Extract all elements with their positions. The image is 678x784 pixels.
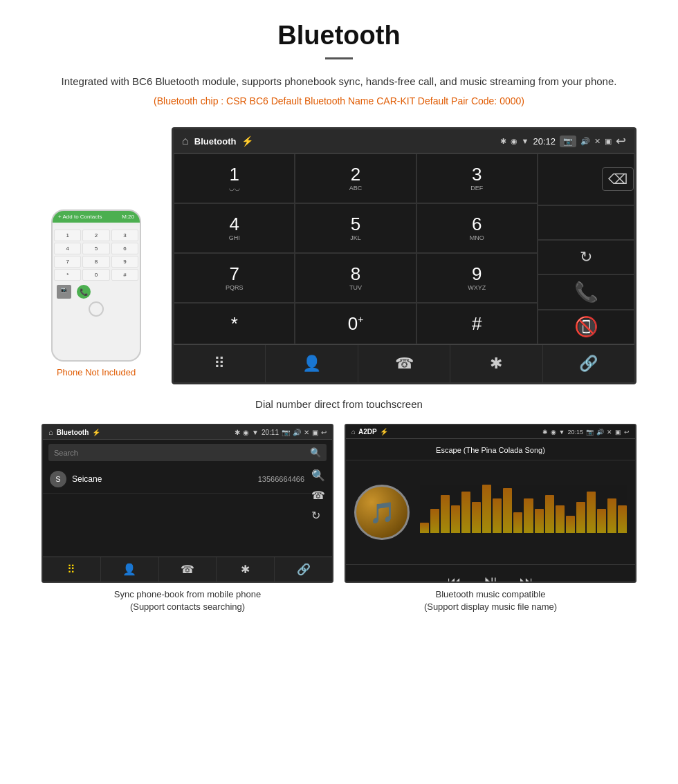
phone-key[interactable]: 1 <box>54 230 81 241</box>
contact-initial: S <box>55 475 60 483</box>
music-win-icon[interactable]: ▣ <box>615 429 621 436</box>
phone-key[interactable]: # <box>111 269 138 281</box>
music-title: A2DP <box>358 428 377 436</box>
phone-side: + Add to Contacts M:20 1 2 3 4 5 6 7 8 9… <box>42 127 151 384</box>
contact-phone: 13566664466 <box>258 475 304 483</box>
phone-key[interactable]: 7 <box>54 256 81 268</box>
dial-key-8[interactable]: 8TUV <box>295 253 416 303</box>
contact-avatar: S <box>50 471 66 487</box>
page-title: Bluetooth <box>42 21 636 50</box>
dial-key-0[interactable]: 0+ <box>295 303 416 344</box>
music-cam-icon[interactable]: 📷 <box>586 429 594 436</box>
pb-loc-icon: ◉ <box>243 429 249 436</box>
pb-nav-bluetooth[interactable]: ✱ <box>217 557 275 581</box>
number-display: ⌫ <box>538 153 634 205</box>
phone-not-included-label: Phone Not Included <box>57 367 136 377</box>
pb-nav-link[interactable]: 🔗 <box>275 557 332 581</box>
pb-search-icon[interactable]: 🔍 <box>310 447 321 458</box>
prev-button[interactable]: ⏮ <box>448 574 461 584</box>
back-icon[interactable]: ↩ <box>616 133 626 149</box>
header-divider <box>325 57 353 59</box>
pb-search-side-icon[interactable]: 🔍 <box>311 469 325 482</box>
pb-call-side-icon[interactable]: ☎ <box>311 489 325 502</box>
dial-key-1[interactable]: 1◡◡ <box>174 153 295 203</box>
clock: 20:12 <box>533 136 556 147</box>
nav-link[interactable]: 🔗 <box>543 345 634 382</box>
dial-key-hash[interactable]: # <box>416 303 538 344</box>
car-screen: ⌂ Bluetooth ⚡ ✱ ◉ ▼ 20:12 📷 🔊 ✕ ▣ ↩ 1◡ <box>172 127 636 384</box>
pb-bottom-nav: ⠿ 👤 ☎ ✱ 🔗 <box>43 557 332 581</box>
dial-key-7[interactable]: 7PQRS <box>174 253 295 303</box>
header-specs: (Bluetooth chip : CSR BC6 Default Blueto… <box>42 95 636 106</box>
phone-key[interactable]: 3 <box>111 230 138 241</box>
music-body: 🎵 <box>346 460 635 564</box>
home-icon[interactable]: ⌂ <box>182 135 189 147</box>
eq-bar <box>461 492 470 533</box>
pb-search-bar[interactable]: Search 🔍 <box>48 444 327 461</box>
dial-key-5[interactable]: 5JKL <box>295 203 416 253</box>
pb-back-icon[interactable]: ↩ <box>321 429 327 436</box>
phone-key[interactable]: 2 <box>82 230 109 241</box>
nav-contacts[interactable]: 👤 <box>266 345 358 382</box>
volume-icon[interactable]: 🔊 <box>580 137 590 146</box>
car-status-bar: ⌂ Bluetooth ⚡ ✱ ◉ ▼ 20:12 📷 🔊 ✕ ▣ ↩ <box>174 129 634 153</box>
pb-win-icon[interactable]: ▣ <box>312 429 318 436</box>
eq-bar <box>441 495 450 533</box>
dial-key-2[interactable]: 2ABC <box>295 153 416 203</box>
reload-button[interactable]: ↻ <box>538 240 634 274</box>
phone-key[interactable]: 9 <box>111 256 138 268</box>
pb-close-icon[interactable]: ✕ <box>304 429 309 436</box>
camera-button[interactable]: 📷 <box>560 136 576 147</box>
music-time: 20:15 <box>567 429 583 436</box>
pb-refresh-side-icon[interactable]: ↻ <box>311 509 325 522</box>
phone-keypad: 1 2 3 4 5 6 7 8 9 * 0 # <box>53 228 140 282</box>
pb-contact-row: S Seicane 13566664466 <box>43 465 311 494</box>
window-icon[interactable]: ▣ <box>605 137 612 146</box>
dial-keypad: 1◡◡ 2ABC 3DEF 4GHI 5JKL 6MNO <box>174 153 538 344</box>
phonebook-screen: ⌂ Bluetooth ⚡ ✱ ◉ ▼ 20:11 📷 🔊 ✕ ▣ ↩ <box>42 424 333 583</box>
music-back-icon[interactable]: ↩ <box>624 429 630 436</box>
eq-bar <box>451 505 460 533</box>
music-home-icon[interactable]: ⌂ <box>351 428 356 436</box>
phone-key[interactable]: 6 <box>111 243 138 254</box>
nav-bluetooth[interactable]: ✱ <box>450 345 542 382</box>
pb-nav-contacts[interactable]: 👤 <box>101 557 159 581</box>
pb-cam-icon[interactable]: 📷 <box>282 429 290 436</box>
close-icon[interactable]: ✕ <box>594 137 601 146</box>
phone-key[interactable]: * <box>54 269 81 281</box>
phone-key[interactable]: 8 <box>82 256 109 268</box>
next-button[interactable]: ⏭ <box>520 574 533 584</box>
call-button[interactable]: 📞 <box>538 274 634 309</box>
pb-vol-icon[interactable]: 🔊 <box>293 429 301 436</box>
dial-side-panel: ⌫ ↻ 📞 📵 <box>538 153 634 344</box>
pb-right-icons: 🔍 ☎ ↻ <box>311 465 325 525</box>
backspace-icon[interactable]: ⌫ <box>602 167 634 191</box>
pb-usb-icon: ⚡ <box>92 429 100 436</box>
dial-key-4[interactable]: 4GHI <box>174 203 295 253</box>
phone-key[interactable]: 4 <box>54 243 81 254</box>
eq-bar <box>493 498 502 533</box>
music-vol-icon[interactable]: 🔊 <box>596 429 604 436</box>
dial-key-9[interactable]: 9WXYZ <box>416 253 538 303</box>
dial-key-3[interactable]: 3DEF <box>416 153 538 203</box>
dial-key-star[interactable]: * <box>174 303 295 344</box>
hangup-button[interactable]: 📵 <box>538 310 634 344</box>
equalizer <box>420 492 627 533</box>
phone-mockup: + Add to Contacts M:20 1 2 3 4 5 6 7 8 9… <box>51 209 141 362</box>
pb-title: Bluetooth <box>57 429 89 436</box>
phone-key[interactable]: 5 <box>82 243 109 254</box>
pb-nav-phone[interactable]: ☎ <box>159 557 217 581</box>
empty-cell-1 <box>538 205 634 240</box>
eq-bar <box>597 509 606 533</box>
play-pause-button[interactable]: ⏯ <box>482 572 499 583</box>
phone-key[interactable]: 0 <box>82 269 109 281</box>
music-usb-icon: ⚡ <box>380 428 388 436</box>
music-status-bar: ⌂ A2DP ⚡ ✱ ◉ ▼ 20:15 📷 🔊 ✕ ▣ ↩ <box>346 425 635 439</box>
nav-dialpad[interactable]: ⠿ <box>174 345 266 382</box>
music-right <box>420 492 627 533</box>
pb-home-icon[interactable]: ⌂ <box>48 428 53 436</box>
dial-key-6[interactable]: 6MNO <box>416 203 538 253</box>
nav-phone[interactable]: ☎ <box>358 345 450 382</box>
music-close-icon[interactable]: ✕ <box>607 429 612 436</box>
pb-nav-dialpad[interactable]: ⠿ <box>43 557 101 581</box>
